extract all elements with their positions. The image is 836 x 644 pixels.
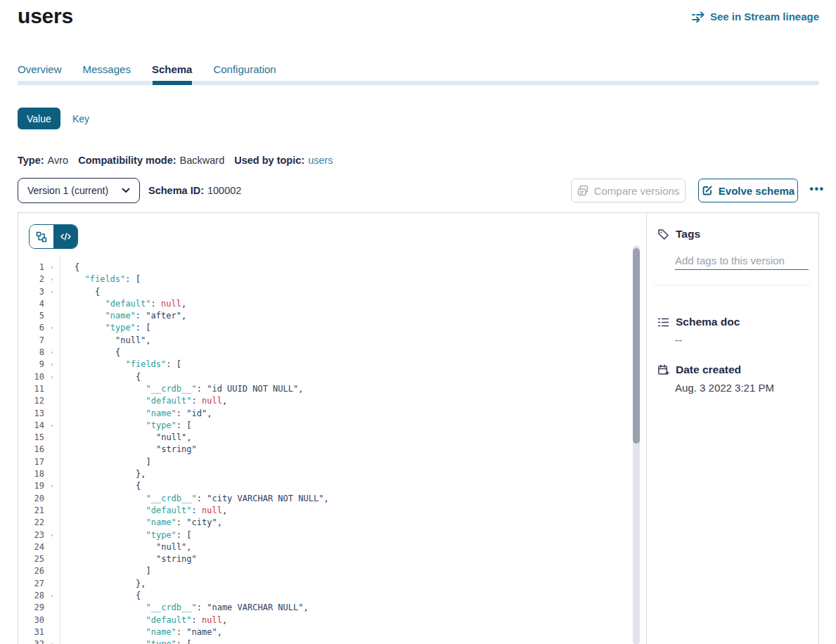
schema-panel: 1▾{2▾"fields": [3▾{4"default": null,5"na… bbox=[18, 212, 819, 644]
value-tab-button[interactable]: Value bbox=[18, 108, 60, 129]
code-line: 12"default": null, bbox=[18, 395, 647, 407]
date-created-title: Date created bbox=[676, 363, 741, 376]
version-select[interactable]: Version 1 (current) bbox=[18, 178, 140, 203]
compare-versions-button[interactable]: Compare versions bbox=[571, 179, 686, 202]
fold-toggle[interactable]: ▾ bbox=[44, 322, 60, 334]
code-line-text: { bbox=[60, 262, 79, 273]
line-number: 31 bbox=[18, 626, 44, 638]
fold-toggle[interactable]: ▾ bbox=[44, 286, 60, 298]
tab-configuration[interactable]: Configuration bbox=[213, 63, 276, 75]
fold-spacer bbox=[44, 383, 60, 395]
scrollbar-thumb[interactable] bbox=[633, 248, 640, 444]
line-number: 16 bbox=[18, 444, 44, 456]
more-options-button[interactable]: ••• bbox=[804, 177, 830, 201]
code-line-text: "type": [ bbox=[60, 529, 192, 541]
schema-id: Schema ID: 100002 bbox=[148, 178, 241, 203]
fold-toggle[interactable]: ▾ bbox=[44, 529, 60, 541]
code-line: 14▾"type": [ bbox=[18, 420, 647, 432]
code-line-text: { bbox=[60, 286, 100, 298]
compare-versions-icon bbox=[577, 185, 589, 196]
type-value: Avro bbox=[48, 155, 69, 166]
code-line-text: "name": "name", bbox=[60, 626, 222, 638]
tab-schema[interactable]: Schema bbox=[152, 63, 193, 75]
tags-input[interactable] bbox=[675, 251, 809, 270]
tree-view-button[interactable] bbox=[30, 225, 53, 248]
code-line: 20"__crdb__": "city VARCHAR NOT NULL", bbox=[18, 493, 647, 505]
code-line: 10▾{ bbox=[18, 371, 647, 383]
fold-spacer bbox=[44, 310, 60, 322]
key-tab-button[interactable]: Key bbox=[72, 113, 89, 124]
schema-view-toggle bbox=[29, 224, 78, 249]
fold-spacer bbox=[44, 335, 60, 347]
fold-spacer bbox=[44, 493, 60, 505]
code-line: 15"null", bbox=[18, 432, 647, 444]
gutter-divider bbox=[60, 257, 60, 644]
fold-spacer bbox=[44, 432, 60, 444]
type-label: Type: bbox=[18, 155, 44, 166]
fold-spacer bbox=[44, 468, 60, 480]
fold-toggle[interactable]: ▾ bbox=[44, 590, 60, 602]
fold-spacer bbox=[44, 395, 60, 407]
code-line: 11"__crdb__": "id UUID NOT NULL", bbox=[18, 383, 647, 395]
fold-toggle[interactable]: ▾ bbox=[44, 638, 60, 644]
fold-toggle[interactable]: ▾ bbox=[44, 262, 60, 273]
code-line: 1▾{ bbox=[18, 262, 647, 273]
code-line-text: { bbox=[60, 590, 141, 602]
calendar-plus-icon bbox=[657, 364, 669, 376]
schema-details-sidebar: Tags Schema doc -- Date created Aug bbox=[646, 213, 818, 644]
code-line: 25"string" bbox=[18, 553, 647, 565]
line-number: 7 bbox=[18, 335, 44, 347]
fold-toggle[interactable]: ▾ bbox=[44, 347, 60, 359]
code-line: 29"__crdb__": "name VARCHAR NULL", bbox=[18, 602, 647, 614]
tab-messages[interactable]: Messages bbox=[83, 63, 131, 75]
code-line-text: "null", bbox=[60, 432, 192, 444]
see-in-stream-lineage-link[interactable]: See in Stream lineage bbox=[692, 11, 819, 22]
code-line: 22"name": "city", bbox=[18, 517, 647, 529]
fold-toggle[interactable]: ▾ bbox=[44, 371, 60, 383]
fold-toggle[interactable]: ▾ bbox=[44, 359, 60, 371]
code-line-text: "__crdb__": "city VARCHAR NOT NULL", bbox=[60, 493, 329, 505]
code-line-text: "type": [ bbox=[60, 322, 151, 334]
fold-spacer bbox=[44, 614, 60, 626]
line-number: 28 bbox=[18, 590, 44, 602]
code-line: 27}, bbox=[18, 578, 647, 590]
code-line: 16"string" bbox=[18, 444, 647, 456]
code-line-text: "fields": [ bbox=[60, 273, 141, 285]
code-line-text: "null", bbox=[60, 335, 151, 347]
tag-icon bbox=[657, 228, 669, 240]
used-by-topic-link[interactable]: users bbox=[308, 155, 333, 166]
code-line-text: }, bbox=[60, 578, 146, 590]
fold-spacer bbox=[44, 517, 60, 529]
schema-id-label: Schema ID: bbox=[148, 185, 204, 196]
code-line: 32▾"type": [ bbox=[18, 638, 647, 644]
fold-toggle[interactable]: ▾ bbox=[44, 273, 60, 285]
line-number: 6 bbox=[18, 322, 44, 334]
active-tab-indicator bbox=[153, 81, 192, 85]
line-number: 8 bbox=[18, 347, 44, 359]
line-number: 21 bbox=[18, 505, 44, 517]
line-number: 18 bbox=[18, 468, 44, 480]
line-number: 14 bbox=[18, 420, 44, 432]
compatibility-mode-label: Compatibility mode: bbox=[78, 155, 176, 166]
version-select-value: Version 1 (current) bbox=[27, 185, 108, 196]
code-line: 9▾"fields": [ bbox=[18, 359, 647, 371]
code-line-text: "default": null, bbox=[60, 505, 227, 517]
line-number: 24 bbox=[18, 541, 44, 553]
fold-toggle[interactable]: ▾ bbox=[44, 480, 60, 492]
tab-overview[interactable]: Overview bbox=[18, 63, 62, 75]
line-number: 20 bbox=[18, 493, 44, 505]
line-number: 23 bbox=[18, 529, 44, 541]
code-line: 4"default": null, bbox=[18, 298, 647, 310]
code-line-text: "string" bbox=[60, 553, 197, 565]
code-line-text: "__crdb__": "id UUID NOT NULL", bbox=[60, 383, 303, 395]
code-line-text: "name": "after", bbox=[60, 310, 186, 322]
fold-toggle[interactable]: ▾ bbox=[44, 420, 60, 432]
fold-spacer bbox=[44, 505, 60, 517]
evolve-schema-button[interactable]: Evolve schema bbox=[698, 179, 798, 202]
line-number: 3 bbox=[18, 286, 44, 298]
fold-spacer bbox=[44, 578, 60, 590]
code-line-text: { bbox=[60, 480, 141, 492]
code-line-text: "name": "city", bbox=[60, 517, 222, 529]
line-number: 10 bbox=[18, 371, 44, 383]
code-view-button[interactable] bbox=[53, 225, 77, 248]
